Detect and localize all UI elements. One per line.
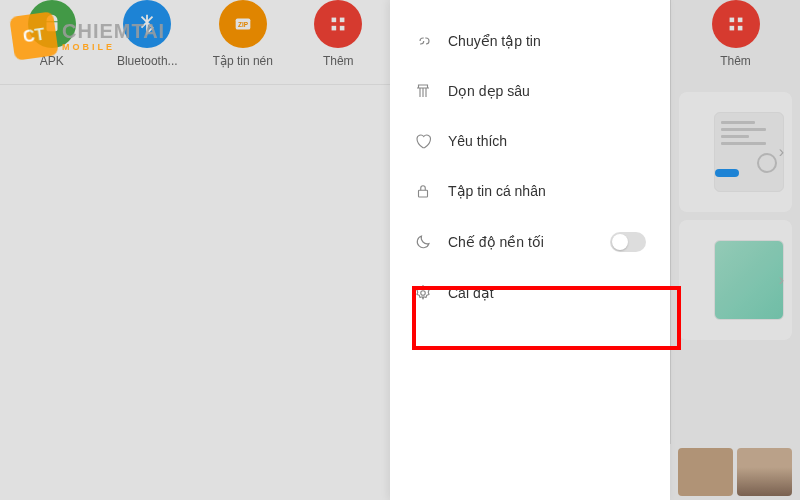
- category-zip[interactable]: ZIP Tập tin nén: [211, 0, 275, 68]
- moon-icon: [414, 233, 432, 251]
- menu-label: Dọn dẹp sâu: [448, 83, 646, 99]
- svg-rect-2: [332, 18, 337, 23]
- svg-rect-9: [737, 26, 742, 31]
- menu-item-settings[interactable]: Cài đặt: [390, 268, 670, 318]
- svg-rect-6: [729, 18, 734, 23]
- recent-photos-row: [670, 444, 800, 500]
- watermark: CT CHIEMTAI MOBILE: [12, 14, 165, 58]
- card-thumbnail: [714, 112, 784, 192]
- menu-label: Tập tin cá nhân: [448, 183, 646, 199]
- menu-item-private-files[interactable]: Tập tin cá nhân: [390, 166, 670, 216]
- chevron-right-icon: ›: [779, 271, 784, 289]
- more-grid-icon: [712, 0, 760, 48]
- svg-rect-4: [332, 26, 337, 31]
- heart-icon: [414, 132, 432, 150]
- menu-item-favorites[interactable]: Yêu thích: [390, 116, 670, 166]
- category-label: Thêm: [323, 54, 354, 68]
- menu-label: Chuyển tập tin: [448, 33, 646, 49]
- category-label: Tập tin nén: [213, 54, 273, 68]
- broom-icon: [414, 82, 432, 100]
- svg-rect-5: [340, 26, 345, 31]
- svg-text:ZIP: ZIP: [238, 21, 249, 28]
- side-menu: Chuyển tập tin Dọn dẹp sâu Yêu thích Tập…: [390, 0, 670, 500]
- menu-label: Cài đặt: [448, 285, 646, 301]
- svg-rect-7: [737, 18, 742, 23]
- watermark-badge: CT: [9, 11, 59, 61]
- card-thumbnail: [714, 240, 784, 320]
- chevron-right-icon: ›: [779, 143, 784, 161]
- lock-icon: [414, 182, 432, 200]
- svg-point-11: [421, 291, 426, 296]
- menu-label: Chế độ nền tối: [448, 234, 594, 250]
- category-label: Thêm: [720, 54, 751, 68]
- watermark-sub: MOBILE: [62, 43, 165, 52]
- more-grid-icon: [314, 0, 362, 48]
- recent-card[interactable]: ›: [679, 220, 792, 340]
- svg-rect-8: [729, 26, 734, 31]
- recent-card[interactable]: ›: [679, 92, 792, 212]
- menu-item-transfer[interactable]: Chuyển tập tin: [390, 16, 670, 66]
- gear-icon: [414, 284, 432, 302]
- menu-item-dark-mode[interactable]: Chế độ nền tối: [390, 216, 670, 268]
- right-panel: Thêm › ›: [670, 0, 800, 500]
- category-more[interactable]: Thêm: [307, 0, 371, 68]
- photo-thumbnail[interactable]: [678, 448, 733, 496]
- photo-thumbnail[interactable]: [737, 448, 792, 496]
- zip-icon: ZIP: [219, 0, 267, 48]
- svg-rect-3: [340, 18, 345, 23]
- left-panel: APK Bluetooth... ZIP Tập tin nén Thêm: [0, 0, 390, 500]
- watermark-brand: CHIEMTAI: [62, 21, 165, 41]
- menu-item-deep-clean[interactable]: Dọn dẹp sâu: [390, 66, 670, 116]
- svg-rect-10: [419, 190, 428, 197]
- recent-cards: › ›: [671, 84, 800, 356]
- dark-mode-toggle[interactable]: [610, 232, 646, 252]
- category-more-right[interactable]: Thêm: [701, 0, 771, 68]
- link-icon: [414, 32, 432, 50]
- menu-label: Yêu thích: [448, 133, 646, 149]
